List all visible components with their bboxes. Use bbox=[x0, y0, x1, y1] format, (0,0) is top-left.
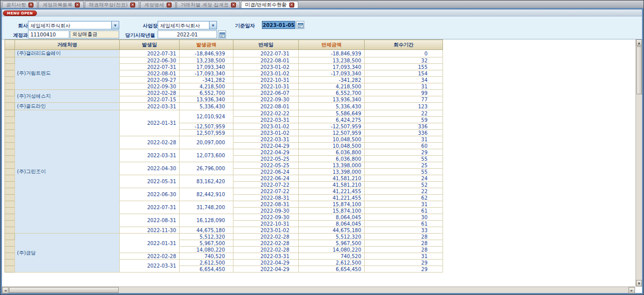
settle-amount-cell[interactable]: 6,654,450 bbox=[299, 266, 365, 273]
horizontal-scrollbar-thumb[interactable] bbox=[9, 287, 119, 293]
collection-period-cell[interactable]: 77 bbox=[365, 96, 443, 103]
horizontal-scrollbar[interactable]: ◄ ► bbox=[2, 287, 635, 293]
settle-date-cell[interactable]: 2022-09-30 bbox=[233, 208, 299, 214]
settle-amount-cell[interactable]: 6,036,800 bbox=[299, 156, 365, 162]
settle-amount-cell[interactable]: 14,080,220 bbox=[299, 247, 365, 253]
customer-name-cell[interactable]: (주)거성에스지 bbox=[15, 90, 120, 103]
occur-amount-cell[interactable]: 12,507,959 bbox=[180, 130, 233, 136]
settle-date-cell[interactable]: 2022-07-22 bbox=[233, 182, 299, 188]
occur-amount-cell[interactable]: 20,097,000 bbox=[180, 136, 233, 149]
tab-close-icon[interactable]: × bbox=[231, 2, 236, 7]
settle-amount-cell[interactable]: 6,424,275 bbox=[299, 117, 365, 123]
occur-amount-cell[interactable]: 6,552,700 bbox=[180, 90, 233, 96]
occur-amount-cell[interactable]: 82,442,910 bbox=[180, 188, 233, 201]
tab-계정과목등록[interactable]: 계정과목등록× bbox=[38, 1, 84, 8]
settle-amount-cell[interactable]: 13,936,340 bbox=[299, 96, 365, 103]
scroll-up-icon[interactable]: ▲ bbox=[636, 39, 642, 46]
occur-date-cell[interactable]: 2022-11-30 bbox=[120, 227, 180, 234]
tab-close-icon[interactable]: × bbox=[289, 2, 294, 7]
occur-date-cell[interactable]: 2022-09-30 bbox=[120, 83, 180, 90]
settle-amount-cell[interactable]: 15,874,100 bbox=[299, 201, 365, 208]
occur-amount-cell[interactable]: -18,846,939 bbox=[180, 50, 233, 57]
occur-amount-cell[interactable]: -17,093,340 bbox=[180, 70, 233, 77]
row-indicator[interactable] bbox=[5, 103, 15, 110]
occur-date-cell[interactable]: 2022-02-28 bbox=[120, 253, 180, 260]
occur-amount-cell[interactable]: 83,162,420 bbox=[180, 175, 233, 188]
row-indicator[interactable] bbox=[5, 143, 15, 149]
occur-date-cell[interactable]: 2022-07-31 bbox=[120, 64, 180, 70]
settle-date-cell[interactable]: 2022-06-24 bbox=[233, 175, 299, 182]
account-code-input[interactable]: 11100410 bbox=[28, 30, 69, 38]
settle-amount-cell[interactable]: 6,036,800 bbox=[299, 149, 365, 156]
collection-period-cell[interactable]: 0 bbox=[365, 50, 443, 57]
settle-date-cell[interactable]: 2023-01-02 bbox=[233, 130, 299, 136]
settle-date-cell[interactable]: 2022-04-29 bbox=[233, 143, 299, 149]
settle-amount-cell[interactable]: 5,336,430 bbox=[299, 103, 365, 110]
occur-amount-cell[interactable]: 13,238,500 bbox=[180, 57, 233, 64]
settle-date-cell[interactable]: 2022-05-25 bbox=[233, 156, 299, 162]
collection-period-cell[interactable]: 34 bbox=[365, 77, 443, 83]
row-indicator[interactable] bbox=[5, 64, 15, 70]
row-indicator[interactable] bbox=[5, 136, 15, 143]
settle-amount-cell[interactable]: 4,218,500 bbox=[299, 83, 365, 90]
tab-close-icon[interactable]: × bbox=[28, 2, 33, 7]
occur-date-cell[interactable]: 2022-06-30 bbox=[120, 188, 180, 201]
occur-date-cell[interactable]: 2022-05-31 bbox=[120, 175, 180, 188]
row-indicator[interactable] bbox=[5, 57, 15, 64]
settle-amount-cell[interactable]: 8,064,045 bbox=[299, 214, 365, 221]
row-indicator[interactable] bbox=[5, 201, 15, 208]
row-indicator[interactable] bbox=[5, 208, 15, 214]
settle-amount-cell[interactable]: 15,874,100 bbox=[299, 208, 365, 214]
vertical-scrollbar[interactable]: ▲ ▼ bbox=[636, 39, 642, 287]
row-indicator[interactable] bbox=[5, 240, 15, 247]
settle-amount-cell[interactable]: -12,507,959 bbox=[299, 123, 365, 130]
chevron-down-icon[interactable]: ▼ bbox=[111, 21, 119, 29]
occur-amount-cell[interactable]: 16,128,090 bbox=[180, 214, 233, 227]
settle-date-cell[interactable]: 2022-10-31 bbox=[233, 83, 299, 90]
settle-amount-cell[interactable]: 41,221,455 bbox=[299, 188, 365, 195]
occur-amount-cell[interactable]: 5,336,430 bbox=[180, 103, 233, 110]
occur-amount-cell[interactable]: 14,080,220 bbox=[180, 247, 233, 253]
occur-date-cell[interactable]: 2022-01-31 bbox=[120, 110, 180, 136]
settle-amount-cell[interactable]: 10,048,500 bbox=[299, 136, 365, 143]
collection-period-cell[interactable]: 32 bbox=[365, 57, 443, 64]
collection-period-cell[interactable]: 336 bbox=[365, 130, 443, 136]
collection-period-cell[interactable]: 31 bbox=[365, 253, 443, 260]
collection-period-cell[interactable]: 31 bbox=[365, 83, 443, 90]
tab-거래처별 계정 집계표[interactable]: 거래처별 계정 집계표× bbox=[177, 1, 240, 8]
row-indicator[interactable] bbox=[5, 195, 15, 201]
row-indicator[interactable] bbox=[5, 188, 15, 195]
settle-amount-cell[interactable]: 41,581,210 bbox=[299, 175, 365, 182]
settle-date-cell[interactable]: 2022-08-01 bbox=[233, 57, 299, 64]
row-indicator[interactable] bbox=[5, 182, 15, 188]
occur-date-cell[interactable]: 2022-06-30 bbox=[120, 57, 180, 64]
occur-amount-cell[interactable]: 5,512,320 bbox=[180, 234, 233, 240]
occur-date-cell[interactable]: 2022-03-31 bbox=[120, 149, 180, 162]
settle-date-cell[interactable]: 2022-10-31 bbox=[233, 221, 299, 227]
collection-period-cell[interactable]: 31 bbox=[365, 136, 443, 143]
collection-period-cell[interactable]: 29 bbox=[365, 149, 443, 156]
settle-date-cell[interactable]: 2022-02-22 bbox=[233, 110, 299, 117]
vertical-scrollbar-thumb[interactable] bbox=[637, 46, 642, 94]
settle-date-cell[interactable]: 2022-05-25 bbox=[233, 162, 299, 169]
site-select[interactable]: 제일제지주식회사 ▼ bbox=[158, 21, 217, 29]
collection-period-cell[interactable]: 123 bbox=[365, 103, 443, 110]
start-month-calendar-button[interactable] bbox=[218, 30, 226, 38]
collection-period-cell[interactable]: 31 bbox=[365, 201, 443, 208]
collection-period-cell[interactable]: 61 bbox=[365, 221, 443, 227]
settle-amount-cell[interactable]: 740,520 bbox=[299, 253, 365, 260]
row-indicator[interactable] bbox=[5, 149, 15, 156]
settle-amount-cell[interactable]: -341,282 bbox=[299, 77, 365, 83]
settle-amount-cell[interactable]: 5,967,500 bbox=[299, 240, 365, 247]
collection-period-cell[interactable]: 22 bbox=[365, 110, 443, 117]
settle-amount-cell[interactable]: 12,507,959 bbox=[299, 130, 365, 136]
settle-amount-cell[interactable]: 6,552,700 bbox=[299, 90, 365, 96]
row-indicator[interactable] bbox=[5, 96, 15, 103]
collection-period-cell[interactable]: 24 bbox=[365, 175, 443, 182]
occur-amount-cell[interactable]: 17,093,340 bbox=[180, 64, 233, 70]
settle-date-cell[interactable]: 2023-01-02 bbox=[233, 123, 299, 130]
occur-date-cell[interactable]: 2022-01-31 bbox=[120, 234, 180, 253]
settle-date-cell[interactable]: 2022-02-28 bbox=[233, 247, 299, 253]
settle-date-cell[interactable]: 2022-08-31 bbox=[233, 195, 299, 201]
settle-date-cell[interactable]: 2022-06-24 bbox=[233, 169, 299, 175]
